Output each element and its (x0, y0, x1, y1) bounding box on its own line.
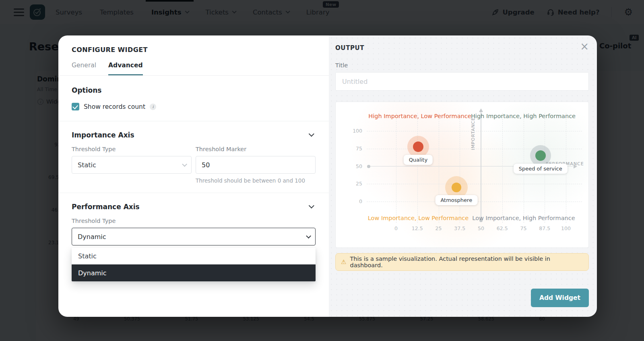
widget-title-input[interactable] (335, 72, 589, 91)
x-tick-label: 100 (557, 225, 575, 231)
quadrant-label-bottom-left: Low Importance, Low Performance (368, 215, 469, 221)
data-point-dot (452, 183, 461, 192)
show-records-label: Show records count (84, 103, 145, 110)
performance-axis-heading: Performance Axis (72, 203, 140, 211)
configure-widget-modal: CONFIGURE WIDGET General Advanced Option… (58, 35, 597, 317)
y-tick-label: 75 (343, 146, 362, 152)
chevron-down-icon (306, 233, 311, 239)
records-info-icon[interactable]: i (150, 104, 156, 110)
modal-tabs: General Advanced (58, 62, 329, 76)
x-tick-label: 87.5 (536, 225, 553, 231)
performance-axis-header[interactable]: Performance Axis (72, 203, 316, 211)
gridline-vertical (460, 113, 460, 223)
quadrant-label-top-left: High Importance, Low Performance (368, 113, 471, 119)
y-tick-label: 50 (343, 163, 362, 169)
threshold-marker-field: Threshold Marker Threshold should be bet… (196, 146, 316, 184)
x-tick-label: 37.5 (451, 225, 469, 231)
axis-arrow-up (479, 108, 483, 112)
selected-value: Dynamic (78, 233, 106, 241)
point-label-chip: Quality (404, 155, 433, 165)
x-tick-label: 62.5 (493, 225, 511, 231)
dropdown-option-static[interactable]: Static (72, 247, 316, 264)
importance-axis-label: IMPORTANCE (471, 117, 476, 150)
dropdown-option-dynamic[interactable]: Dynamic (72, 264, 316, 281)
divider (58, 193, 329, 193)
modal-title: CONFIGURE WIDGET (72, 46, 316, 54)
chevron-down-icon (309, 131, 314, 137)
gridline-vertical (502, 113, 503, 223)
chart-preview-card: 012.52537.55062.57587.51000255075100PERF… (335, 102, 589, 248)
warning-icon: ⚠ (341, 259, 346, 265)
point-label-chip: Atmosphere (435, 195, 477, 205)
point-label-chip: Speed of service (514, 164, 568, 174)
x-tick-label: 75 (515, 225, 533, 231)
sample-note-banner: ⚠ This is a sample visualization. Actual… (335, 253, 589, 271)
threshold-marker-input[interactable] (196, 156, 316, 174)
close-icon[interactable]: × (580, 41, 589, 52)
gridline-vertical (439, 113, 439, 223)
output-panel: OUTPUT × Title 012.52537.55062.57587.510… (329, 35, 597, 317)
threshold-type-label: Threshold Type (72, 146, 192, 152)
divider (58, 121, 329, 121)
x-tick-label: 25 (430, 225, 448, 231)
tab-general[interactable]: General (72, 62, 96, 75)
show-records-checkbox[interactable] (72, 103, 79, 110)
screen: SurveysTemplatesInsightsTicketsContactsL… (0, 0, 644, 341)
threshold-type-dropdown-menu: StaticDynamic (72, 247, 316, 281)
threshold-marker-label: Threshold Marker (196, 146, 316, 152)
tab-advanced[interactable]: Advanced (108, 62, 143, 75)
importance-axis-line (481, 112, 481, 220)
data-point-dot (413, 141, 423, 152)
y-tick-label: 100 (343, 128, 362, 134)
show-records-row: Show records count i (72, 103, 316, 110)
add-widget-button[interactable]: Add Widget (531, 289, 589, 307)
gridline-vertical (396, 113, 396, 223)
y-tick-label: 0 (343, 198, 362, 204)
quadrant-label-top-right: High Importance, High Performance (471, 113, 576, 119)
data-point-dot (535, 150, 546, 161)
threshold-helper-text: Threshold should be between 0 and 100 (196, 177, 316, 184)
options-heading: Options (72, 86, 316, 94)
gridline-horizontal (367, 184, 582, 184)
quadrant-label-bottom-right: Low Importance, High Performance (472, 215, 575, 221)
x-tick-label: 12.5 (409, 225, 426, 231)
gridline-vertical (417, 113, 418, 223)
output-heading: OUTPUT (335, 44, 589, 52)
importance-axis-header[interactable]: Importance Axis (72, 131, 316, 139)
importance-axis-heading: Importance Axis (72, 131, 134, 139)
configure-panel: CONFIGURE WIDGET General Advanced Option… (58, 35, 329, 317)
importance-threshold-type-select[interactable]: Static (72, 156, 192, 174)
x-tick-label: 50 (472, 225, 490, 231)
quadrant-chart: 012.52537.55062.57587.51000255075100PERF… (336, 102, 588, 247)
chevron-down-icon (182, 162, 187, 167)
threshold-type-field: Threshold Type Static (72, 146, 192, 184)
chevron-down-icon (309, 203, 314, 208)
performance-threshold-type-select[interactable]: Dynamic (72, 228, 316, 245)
x-tick-label: 0 (387, 225, 405, 231)
widget-title-label: Title (335, 62, 589, 69)
sample-note-text: This is a sample visualization. Actual r… (350, 256, 583, 268)
y-tick-label: 25 (343, 181, 362, 187)
selected-value: Static (78, 161, 96, 169)
axis-end-dot (367, 165, 370, 168)
performance-threshold-type-label: Threshold Type (72, 218, 316, 224)
importance-fields: Threshold Type Static Threshold Marker T… (72, 146, 316, 184)
